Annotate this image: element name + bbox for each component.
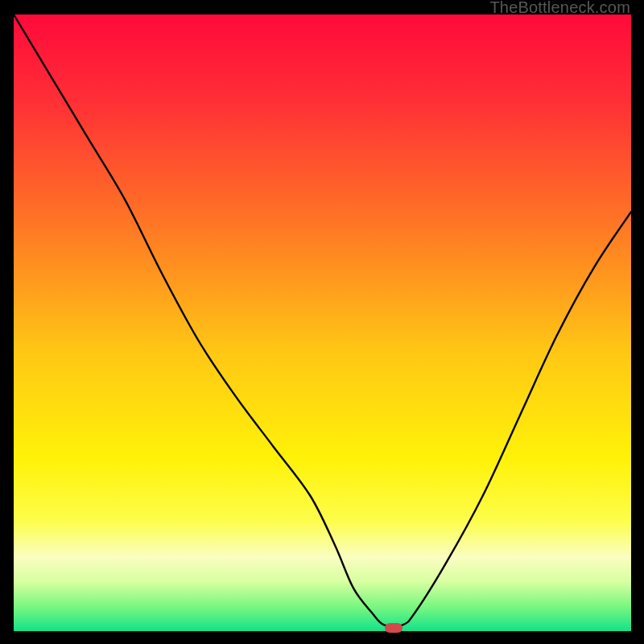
optimal-point-marker	[385, 623, 402, 633]
chart-root: TheBottleneck.com	[0, 0, 644, 644]
plot-background	[14, 14, 631, 631]
watermark-text: TheBottleneck.com	[489, 0, 630, 17]
